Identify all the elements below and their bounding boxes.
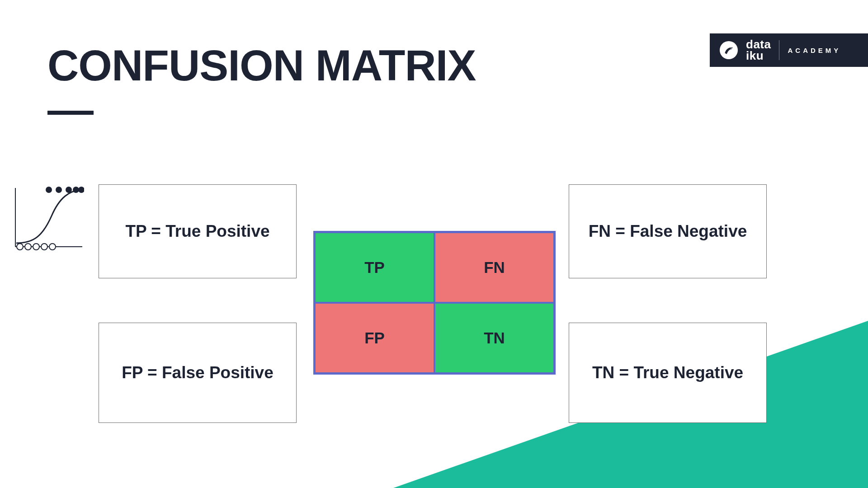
- svg-point-3: [46, 187, 52, 193]
- definition-box-tn: TN = True Negative: [569, 323, 767, 423]
- svg-point-6: [73, 187, 79, 193]
- brand-name: data iku: [746, 39, 771, 61]
- svg-point-11: [41, 244, 47, 250]
- matrix-cell-tn: TN: [434, 303, 554, 373]
- svg-point-4: [56, 187, 62, 193]
- matrix-cell-fn: FN: [434, 232, 554, 303]
- svg-point-12: [49, 244, 56, 250]
- definition-text-tn: TN = True Negative: [592, 363, 743, 382]
- confusion-matrix-grid: TP FN FP TN: [313, 231, 556, 375]
- slide-title: CONFUSION MATRIX: [47, 41, 476, 90]
- title-underline: [47, 111, 94, 115]
- brand-banner: data iku ACADEMY: [710, 33, 868, 67]
- definition-box-fp: FP = False Positive: [99, 323, 297, 423]
- definition-text-tp: TP = True Positive: [125, 222, 269, 241]
- brand-line2: iku: [746, 50, 771, 61]
- svg-point-0: [731, 48, 731, 49]
- definition-box-tp: TP = True Positive: [99, 184, 297, 278]
- matrix-cell-tp: TP: [315, 232, 434, 303]
- bird-logo-icon: [720, 41, 738, 59]
- brand-subtitle: ACADEMY: [788, 47, 841, 54]
- brand-divider: [779, 40, 779, 60]
- definition-text-fp: FP = False Positive: [122, 363, 274, 382]
- svg-point-8: [17, 244, 23, 250]
- svg-point-10: [33, 244, 39, 250]
- svg-point-5: [66, 187, 72, 193]
- definition-box-fn: FN = False Negative: [569, 184, 767, 278]
- svg-point-7: [78, 187, 84, 193]
- matrix-cell-fp: FP: [315, 303, 434, 373]
- definition-text-fn: FN = False Negative: [589, 222, 747, 241]
- sigmoid-curve-icon: [11, 184, 84, 250]
- svg-point-9: [25, 244, 31, 250]
